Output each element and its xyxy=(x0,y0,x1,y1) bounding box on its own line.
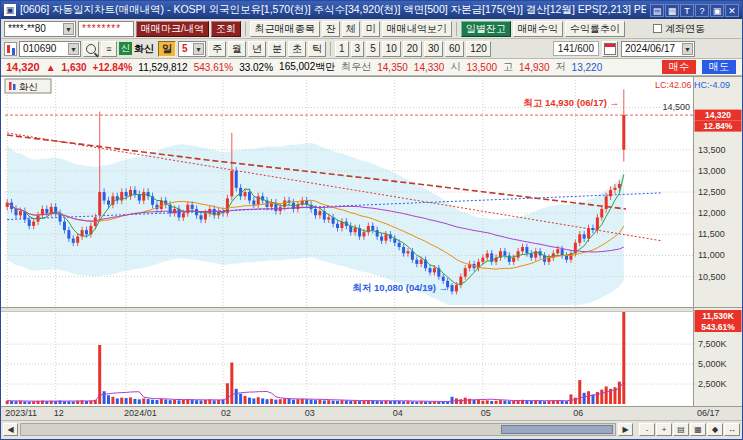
chart-area: 7,500K5,000K2,500K13,50013,00012,50012,0… xyxy=(1,76,742,420)
best-bid: 14,330 xyxy=(414,62,445,73)
daily-balance-button[interactable]: 일별잔고 xyxy=(461,21,511,37)
period-month-button[interactable]: 월 xyxy=(228,41,246,57)
unfilled-button[interactable]: 미 xyxy=(362,21,380,37)
toolbox-icon[interactable]: ▤ xyxy=(650,4,664,17)
scrollbar-thumb[interactable] xyxy=(501,425,613,434)
minute-3-button[interactable]: 3 xyxy=(351,41,365,57)
indicator-icon[interactable]: ◆ xyxy=(707,423,723,436)
app-icon: ▣ xyxy=(4,4,16,16)
layout-icon[interactable]: ▦ xyxy=(665,4,679,17)
stock-search-icon[interactable] xyxy=(83,41,99,57)
trade-mark-button[interactable]: 매매마크/내역 xyxy=(136,21,209,37)
account-toolbar: ****-**80 ▼ 매매마크/내역 조회 최근매매종목 잔 체 미 매매내역… xyxy=(1,19,742,39)
list-view-icon[interactable]: ▤ xyxy=(673,423,689,436)
tick-count-select[interactable]: 5 ▼ xyxy=(178,41,206,57)
svg-text:543.61%: 543.61% xyxy=(701,322,735,332)
filled-button[interactable]: 체 xyxy=(342,21,360,37)
svg-text:12.84%: 12.84% xyxy=(704,121,733,131)
scroll-left-button[interactable]: ◀ xyxy=(3,423,18,436)
scroll-right-button[interactable]: ▶ xyxy=(618,423,633,436)
trade-profit-button[interactable]: 매매수익 xyxy=(513,21,563,37)
sell-button[interactable]: 매도 xyxy=(702,60,736,74)
date-select[interactable]: 2024/06/17 ▼ xyxy=(621,41,695,57)
password-field[interactable] xyxy=(78,21,134,37)
volume-rate: 543.61% xyxy=(194,62,233,73)
window-title: [0606] 자동일지차트(매매내역) - KOSPI 외국인보유[1,570(… xyxy=(20,3,646,17)
period-tick-button[interactable]: 틱 xyxy=(308,41,326,57)
stock-list-icon[interactable]: ≡ xyxy=(101,41,117,57)
svg-text:12: 12 xyxy=(54,408,64,418)
high-label: 고 xyxy=(503,60,513,74)
close-icon[interactable]: ✕ xyxy=(725,4,739,17)
minute-5-button[interactable]: 5 xyxy=(366,41,380,57)
scrollbar-track[interactable] xyxy=(20,423,616,436)
price-tick-label: 13,500 xyxy=(698,145,726,155)
period-year-button[interactable]: 년 xyxy=(248,41,266,57)
lc-hc-label: LC:42.06 HC:-4.09 xyxy=(655,80,730,90)
stock-name: 화신 xyxy=(134,42,154,56)
current-price: 14,320 xyxy=(6,61,40,73)
grid-view-icon[interactable]: ▦ xyxy=(690,423,706,436)
minute-10-button[interactable]: 10 xyxy=(382,41,401,57)
volume-value: 11,529,812 xyxy=(138,62,187,73)
separator xyxy=(245,22,246,36)
quote-row: 14,320 ▲ 1,630 +12.84% 11,529,812 543.61… xyxy=(1,59,742,76)
text-tool-icon[interactable]: T xyxy=(680,4,694,17)
checkbox-icon xyxy=(653,24,662,33)
chevron-down-icon: ▼ xyxy=(68,43,79,55)
bar-count-display: 141/600 xyxy=(553,41,599,56)
price-tick-label: 13,000 xyxy=(698,166,726,176)
restore-icon[interactable]: ▣ xyxy=(710,4,724,17)
chevron-down-icon: ▼ xyxy=(193,43,204,55)
candlestick-chart[interactable]: 7,500K5,000K2,500K13,50013,00012,50012,0… xyxy=(1,76,742,420)
axis-date-label: 06/17 xyxy=(697,408,720,418)
svg-text:14,320: 14,320 xyxy=(705,110,731,120)
credit-badge: 신 xyxy=(119,42,132,55)
annotation-high: 최고 14,930 (06/17) → xyxy=(523,97,619,108)
best-ask: 14,350 xyxy=(377,62,408,73)
volume-tick-label: 5,000K xyxy=(698,359,727,369)
period-day-button[interactable]: 일 xyxy=(158,41,176,57)
help-icon[interactable]: ? xyxy=(695,4,709,17)
svg-text:05: 05 xyxy=(481,408,491,418)
best-quote-label: 최우선 xyxy=(341,60,371,74)
trade-history-button[interactable]: 매매내역보기 xyxy=(382,21,452,37)
period-minute-button[interactable]: 분 xyxy=(268,41,286,57)
minute-120-button[interactable]: 120 xyxy=(466,41,491,57)
separator xyxy=(456,22,457,36)
svg-text:2024/01: 2024/01 xyxy=(124,408,157,418)
calendar-icon[interactable] xyxy=(602,41,618,57)
stock-code-input[interactable]: 010690 ▼ xyxy=(19,41,81,57)
x-axis-panel xyxy=(1,406,742,420)
app-window: ▣ [0606] 자동일지차트(매매내역) - KOSPI 외국인보유[1,57… xyxy=(0,0,743,440)
change-arrow-icon: ▲ xyxy=(46,62,56,73)
volume-tick-label: 2,500K xyxy=(698,379,727,389)
period-second-button[interactable]: 초 xyxy=(288,41,306,57)
zoom-out-icon[interactable]: - xyxy=(639,423,655,436)
title-bar: ▣ [0606] 자동일지차트(매매내역) - KOSPI 외국인보유[1,57… xyxy=(1,1,742,19)
account-link-checkbox[interactable]: 계좌연동 xyxy=(653,22,705,36)
minute-20-button[interactable]: 20 xyxy=(403,41,422,57)
price-tick-label: 12,000 xyxy=(698,208,726,218)
account-select[interactable]: ****-**80 ▼ xyxy=(4,21,76,37)
chevron-down-icon: ▼ xyxy=(63,23,74,35)
query-button[interactable]: 조회 xyxy=(211,21,241,37)
return-trend-button[interactable]: 수익률추이 xyxy=(565,21,625,37)
price-tick-label: 11,500 xyxy=(698,229,725,239)
minute-30-button[interactable]: 30 xyxy=(424,41,443,57)
buy-button[interactable]: 매수 xyxy=(662,60,696,74)
minute-1-button[interactable]: 1 xyxy=(335,41,349,57)
strength-value: 33.02% xyxy=(239,62,273,73)
zoom-in-icon[interactable]: + xyxy=(656,423,672,436)
price-tick-label: 10,500 xyxy=(698,272,726,282)
open-label: 시 xyxy=(450,60,460,74)
balance-button[interactable]: 잔 xyxy=(322,21,340,37)
annotation-low: 최저 10,080 (04/19) → xyxy=(352,282,448,293)
fit-width-icon[interactable]: ↔ xyxy=(724,423,740,436)
recent-trades-button[interactable]: 최근매매종목 xyxy=(250,21,320,37)
period-week-button[interactable]: 주 xyxy=(208,41,226,57)
minute-60-button[interactable]: 60 xyxy=(445,41,464,57)
chart-type-icon[interactable] xyxy=(4,42,17,56)
low-price: 13,220 xyxy=(572,62,603,73)
svg-text:2023/11: 2023/11 xyxy=(5,408,37,418)
